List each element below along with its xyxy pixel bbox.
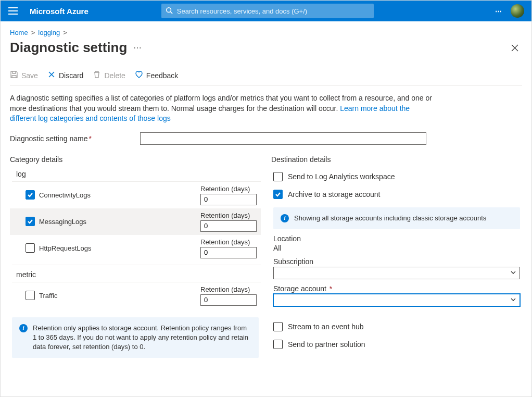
- category-row: Traffic Retention (days): [10, 282, 261, 309]
- category-name: Traffic: [39, 292, 57, 300]
- category-checkbox[interactable]: [26, 217, 35, 226]
- setting-name-label: Diagnostic setting name*: [10, 134, 140, 143]
- retention-label: Retention (days): [200, 212, 257, 219]
- description: A diagnostic setting specifies a list of…: [10, 93, 437, 124]
- chevron-right-icon: >: [63, 29, 67, 36]
- save-button[interactable]: Save: [10, 70, 38, 80]
- global-search[interactable]: [161, 4, 374, 18]
- breadcrumb-home[interactable]: Home: [10, 29, 28, 36]
- breadcrumb-resource[interactable]: logging: [38, 29, 60, 36]
- log-group-label: log: [16, 170, 261, 178]
- trash-icon: [93, 70, 101, 80]
- close-icon[interactable]: [508, 41, 522, 55]
- top-bar: Microsoft Azure ⋯: [1, 1, 531, 21]
- chevron-down-icon: [510, 269, 516, 277]
- retention-input[interactable]: [200, 294, 257, 306]
- toolbar: Save Discard Delete Feedback: [10, 70, 522, 86]
- dest-storage-checkbox[interactable]: [273, 190, 283, 199]
- menu-icon[interactable]: [5, 3, 21, 19]
- chevron-down-icon: [510, 296, 516, 304]
- feedback-button[interactable]: Feedback: [135, 70, 178, 80]
- save-icon: [10, 70, 18, 80]
- search-icon: [166, 7, 173, 16]
- category-name: HttpRequestLogs: [39, 244, 91, 252]
- retention-label: Retention (days): [200, 238, 257, 246]
- close-icon: [47, 70, 56, 80]
- breadcrumb: Home > logging >: [10, 29, 522, 36]
- info-icon: i: [19, 324, 28, 332]
- subscription-select[interactable]: [273, 267, 520, 279]
- dest-event-hub-label: Stream to an event hub: [288, 322, 364, 331]
- dest-partner-label: Send to partner solution: [288, 340, 365, 349]
- storage-info: i Showing all storage accounts including…: [273, 207, 520, 229]
- more-icon[interactable]: ⋯: [490, 7, 508, 15]
- location-value: All: [273, 244, 520, 252]
- brand[interactable]: Microsoft Azure: [30, 7, 88, 16]
- location-label: Location: [273, 234, 520, 243]
- dest-event-hub-checkbox[interactable]: [273, 322, 283, 331]
- retention-label: Retention (days): [200, 286, 257, 293]
- avatar[interactable]: [511, 4, 524, 18]
- dest-log-analytics-checkbox[interactable]: [273, 172, 283, 181]
- category-checkbox[interactable]: [26, 190, 35, 200]
- dest-partner-checkbox[interactable]: [273, 340, 283, 349]
- category-row: HttpRequestLogs Retention (days): [10, 235, 261, 262]
- retention-input[interactable]: [200, 220, 257, 232]
- chevron-right-icon: >: [31, 29, 35, 36]
- storage-account-select[interactable]: [273, 294, 520, 306]
- destination-title: Destination details: [271, 155, 522, 164]
- dest-storage-label: Archive to a storage account: [288, 190, 380, 198]
- retention-input[interactable]: [200, 247, 257, 258]
- subscription-label: Subscription: [273, 257, 520, 266]
- page-more-icon[interactable]: ⋯: [133, 43, 142, 53]
- category-checkbox[interactable]: [26, 291, 35, 300]
- category-row: ConnectivityLogs Retention (days): [10, 182, 261, 208]
- delete-button[interactable]: Delete: [93, 70, 125, 80]
- heart-icon: [135, 70, 143, 80]
- page-title: Diagnostic setting: [10, 40, 127, 56]
- info-icon: i: [281, 214, 289, 222]
- retention-label: Retention (days): [200, 185, 257, 193]
- category-title: Category details: [10, 155, 261, 164]
- category-name: MessagingLogs: [39, 218, 86, 226]
- retention-input[interactable]: [200, 194, 257, 205]
- category-name: ConnectivityLogs: [39, 191, 91, 199]
- dest-log-analytics-label: Send to Log Analytics workspace: [288, 172, 395, 181]
- discard-button[interactable]: Discard: [47, 70, 83, 80]
- setting-name-input[interactable]: [140, 132, 426, 145]
- category-row: MessagingLogs Retention (days): [10, 208, 261, 235]
- svg-point-0: [167, 7, 171, 12]
- metric-group-label: metric: [16, 270, 261, 279]
- category-checkbox[interactable]: [26, 243, 35, 253]
- retention-info: i Retention only applies to storage acco…: [12, 317, 259, 358]
- search-input[interactable]: [176, 7, 370, 16]
- storage-account-label: Storage account *: [273, 284, 520, 293]
